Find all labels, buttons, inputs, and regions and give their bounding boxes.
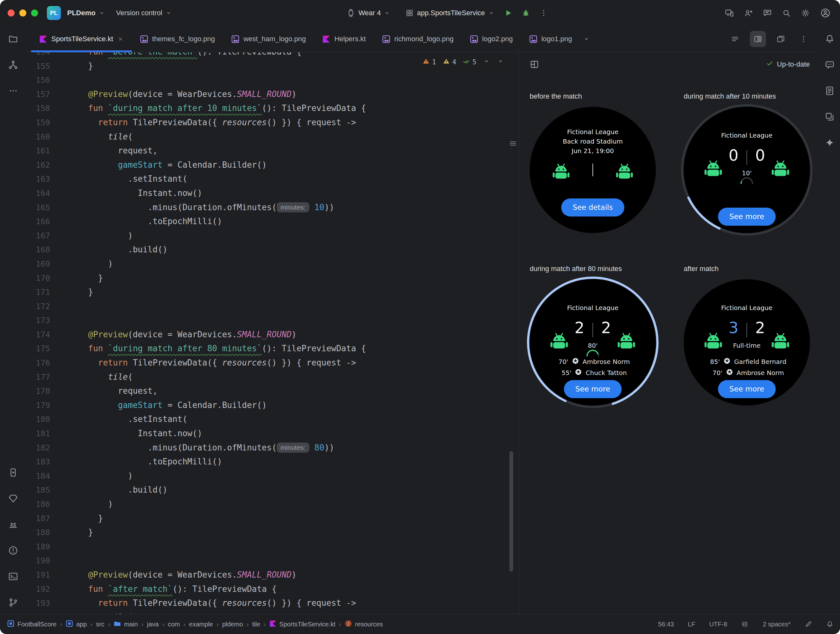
warning-yellow-icon	[442, 57, 450, 66]
device-selector[interactable]: Wear 4	[346, 8, 391, 18]
indent-setting[interactable]: 2 spaces*	[763, 621, 791, 628]
build-doc-icon[interactable]	[821, 82, 839, 100]
vcs-menu[interactable]: Version control	[116, 9, 172, 17]
ide-window: PL PLDemo Version control Wear 4 app.Spo…	[0, 0, 840, 634]
device-explorer-icon[interactable]	[821, 108, 839, 125]
breadcrumb-item[interactable]: java	[147, 621, 159, 628]
breadcrumb-item[interactable]: fresources	[344, 620, 383, 629]
tab-themes_fc_logo.png[interactable]: themes_fc_logo.png	[132, 26, 223, 52]
breadcrumb-item[interactable]: tile	[252, 621, 261, 628]
breadcrumb-item[interactable]: src	[96, 621, 104, 628]
more-v-icon[interactable]	[796, 32, 811, 47]
device-mirror-icon[interactable]	[725, 8, 734, 18]
more-actions-icon[interactable]	[537, 6, 551, 20]
tab-label: logo2.png	[482, 35, 513, 43]
preview-label: during match after 10 minutes	[684, 92, 810, 101]
more-h-icon[interactable]	[4, 82, 22, 100]
debug-button[interactable]	[519, 6, 533, 20]
zoom-window-button[interactable]	[31, 9, 38, 16]
tab-logo1.png[interactable]: logo1.png	[521, 26, 580, 52]
line-number: 179	[26, 398, 50, 413]
detach-icon[interactable]	[773, 32, 788, 47]
split-icon[interactable]	[750, 32, 766, 47]
next-problem-icon[interactable]	[497, 57, 504, 66]
breadcrumb-item[interactable]: pldemo	[222, 621, 243, 628]
search-icon[interactable]	[782, 8, 791, 18]
close-tab-icon[interactable]	[117, 36, 124, 42]
tab-richmond_logo.png[interactable]: richmond_logo.png	[374, 26, 462, 52]
structure-icon[interactable]	[4, 56, 22, 74]
preview-label: during match after 80 minutes	[530, 265, 656, 273]
problems-icon[interactable]	[4, 541, 22, 559]
terminal-icon[interactable]	[4, 568, 22, 585]
git-branch-icon[interactable]	[4, 593, 22, 611]
project-menu[interactable]: PLDemo	[67, 9, 105, 17]
editor-scrollbar[interactable]	[509, 451, 513, 572]
code-line: 157@Preview(device = WearDevices.SMALL_R…	[26, 87, 519, 101]
code-line: 192fun `after match`(): TilePreviewData …	[26, 582, 519, 596]
close-window-button[interactable]	[8, 9, 14, 16]
editor[interactable]: 154fun `before the match`(): TilePreview…	[26, 52, 519, 614]
file-encoding[interactable]: UTF-8	[709, 621, 727, 628]
breadcrumb-item[interactable]: example	[189, 621, 213, 628]
running-devices-icon[interactable]	[4, 463, 22, 481]
tile-preview[interactable]: during match after 10 minutesFictional L…	[684, 92, 810, 233]
line-number: 154	[26, 52, 50, 59]
preview-layout-icon[interactable]	[529, 59, 540, 70]
hidden-tabs-chevron[interactable]	[580, 26, 593, 52]
line-number: 190	[26, 554, 50, 568]
notifications-icon[interactable]	[821, 30, 839, 47]
warning-badge[interactable]: 4	[442, 57, 456, 66]
minimize-window-button[interactable]	[19, 9, 26, 16]
preview-status: Up-to-date	[766, 59, 810, 70]
run-configuration-selector[interactable]: app.SportsTileService	[405, 9, 494, 17]
breadcrumb-item[interactable]: app	[66, 620, 87, 629]
logcat-icon[interactable]	[4, 515, 22, 533]
notifications-icon[interactable]	[826, 620, 834, 628]
breadcrumb-item[interactable]: com	[168, 621, 180, 628]
caret-position[interactable]: 56:43	[658, 621, 674, 628]
run-button[interactable]	[501, 6, 515, 20]
breadcrumb-separator: ›	[246, 620, 249, 628]
ai-assistant-icon[interactable]	[821, 56, 839, 74]
code-line: 172	[26, 299, 519, 313]
gemini-icon[interactable]	[821, 134, 839, 152]
list-icon[interactable]	[728, 32, 743, 47]
user-plus-icon[interactable]	[744, 8, 753, 18]
tab-west_ham_logo.png[interactable]: west_ham_logo.png	[223, 26, 314, 52]
chevron-down-icon	[98, 9, 105, 16]
settings-icon[interactable]	[801, 8, 810, 18]
line-number: 181	[26, 427, 50, 441]
time-gauge	[739, 177, 754, 186]
breadcrumb-item[interactable]: SportsTileService.kt	[270, 620, 335, 629]
project-icon[interactable]	[4, 30, 22, 47]
line-number: 187	[26, 512, 50, 526]
code-line: 184 )	[26, 469, 519, 483]
code-area: 154fun `before the match`(): TilePreview…	[26, 52, 519, 614]
breadcrumb-item[interactable]: main	[114, 620, 137, 629]
breadcrumb-item[interactable]: FootballScore	[7, 620, 57, 629]
user-avatar[interactable]	[818, 6, 832, 20]
write-access-icon[interactable]	[805, 620, 812, 628]
indent-options-icon[interactable]	[741, 620, 749, 628]
time-gauge	[586, 349, 600, 358]
watch-face: Fictional League2280'70'Ambrose Norm55'C…	[530, 279, 656, 405]
check-icon	[766, 59, 774, 70]
tab-SportsTileService.kt[interactable]: SportsTileService.kt	[31, 26, 132, 52]
tab-Helpers.kt[interactable]: Helpers.kt	[314, 26, 374, 52]
tile-preview[interactable]: during match after 80 minutesFictional L…	[530, 265, 656, 405]
code-line: 167 )	[26, 229, 519, 243]
inspection-widget[interactable]: 1 4 5	[418, 55, 508, 68]
tile-preview[interactable]: after matchFictional League32Full-time85…	[684, 265, 810, 405]
code-line: 173	[26, 313, 519, 327]
split-handle[interactable]: ≡	[509, 139, 517, 148]
app-insights-icon[interactable]	[4, 489, 22, 507]
weak-warning-badge[interactable]: 1	[422, 57, 436, 66]
passed-checks-badge[interactable]: 5	[463, 57, 477, 66]
prev-problem-icon[interactable]	[483, 57, 490, 66]
feedback-icon[interactable]	[763, 8, 772, 18]
line-separator[interactable]: LF	[688, 621, 695, 628]
tile-preview[interactable]: before the matchFictional LeagueBack roa…	[530, 92, 656, 233]
away-score: 0	[755, 147, 765, 165]
tab-logo2.png[interactable]: logo2.png	[462, 26, 521, 52]
